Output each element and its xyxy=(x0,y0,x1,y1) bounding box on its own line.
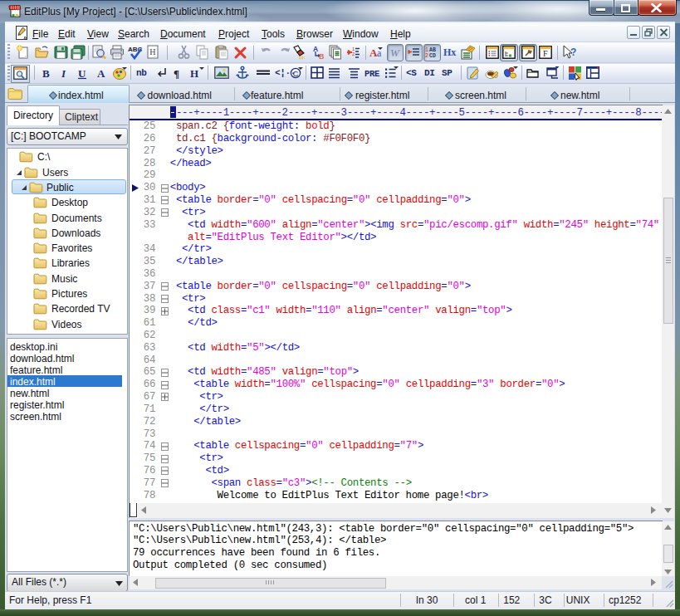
svg-text:2: 2 xyxy=(352,51,355,56)
svg-text:AB: AB xyxy=(429,47,436,53)
svg-text:B: B xyxy=(319,52,325,60)
svg-text:W: W xyxy=(390,46,400,59)
svg-text:a: a xyxy=(377,47,382,59)
svg-text:C: C xyxy=(293,70,299,78)
svg-text:¶: ¶ xyxy=(174,67,179,80)
svg-text:Hx: Hx xyxy=(443,46,456,58)
svg-text:F: F xyxy=(543,49,548,58)
svg-text:B: B xyxy=(42,67,50,80)
svg-text:H: H xyxy=(149,47,155,56)
svg-text:I: I xyxy=(61,67,66,80)
svg-text:A: A xyxy=(97,67,105,80)
svg-text:2: 2 xyxy=(425,53,428,59)
svg-text:CD: CD xyxy=(429,53,436,59)
svg-text:?: ? xyxy=(570,46,576,58)
svg-text:1: 1 xyxy=(425,47,428,53)
svg-text:U: U xyxy=(78,67,86,80)
svg-text:H: H xyxy=(190,67,198,80)
